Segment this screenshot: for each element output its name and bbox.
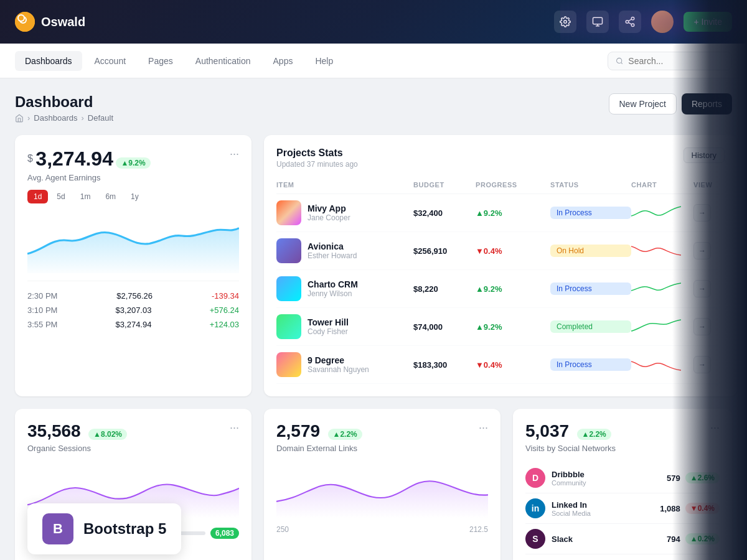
nav-authentication[interactable]: Authentication	[186, 51, 261, 71]
domain-card: 2,579 ▲2.2% Domain External Links ···	[264, 409, 500, 560]
main-content: Dashboard › Dashboards › Default New Pro…	[0, 78, 747, 560]
organic-badge: ▲8.02%	[88, 429, 127, 440]
page-title: Dashboard	[15, 93, 113, 111]
linkedin-stats: 1,088 ▼0.4%	[660, 503, 720, 514]
nav-account[interactable]: Account	[85, 51, 136, 71]
project-name-5: 9 Degree	[308, 355, 369, 365]
project-progress-2: ▼0.4%	[476, 246, 550, 256]
search-icon	[616, 57, 623, 65]
earnings-row-3: 3:55 PM $3,274.94 +124.03	[27, 317, 239, 332]
nav-icon-btn-1[interactable]	[554, 11, 576, 33]
earnings-val-2: $3,207.03	[116, 306, 152, 315]
svg-line-10	[629, 22, 632, 24]
linkedin-icon: in	[525, 498, 545, 518]
domain-more-btn[interactable]: ···	[479, 421, 488, 434]
new-project-button[interactable]: New Project	[609, 93, 677, 114]
logo[interactable]: Oswald	[15, 12, 85, 32]
domain-badge: ▲2.2%	[328, 429, 362, 440]
secondary-navigation: Dashboards Account Pages Authentication …	[0, 44, 747, 78]
svg-point-12	[617, 58, 622, 63]
nav-pages[interactable]: Pages	[138, 51, 183, 71]
nav-help[interactable]: Help	[305, 51, 343, 71]
earnings-change-1: -139.34	[212, 291, 239, 301]
history-button[interactable]: History	[684, 147, 725, 163]
project-item-3: Charto CRM Jenny Wilson	[276, 276, 413, 301]
earnings-amount: 3,274.94	[35, 147, 113, 170]
page-title-area: Dashboard › Dashboards › Default	[15, 93, 113, 123]
project-name-2: Avionica	[308, 241, 357, 251]
earnings-time-1: 2:30 PM	[27, 291, 57, 301]
time-btn-1y[interactable]: 1y	[125, 190, 145, 203]
avatar[interactable]	[651, 11, 674, 33]
earnings-time-2: 3:10 PM	[27, 306, 57, 315]
bootstrap-icon-label: B	[53, 521, 63, 537]
project-view-4[interactable]: →	[693, 318, 711, 335]
linkedin-info: in Linked In Social Media	[525, 498, 591, 518]
project-status-3: In Process	[550, 282, 631, 295]
dribbble-name: Dribbble	[552, 470, 586, 479]
social-info: 5,037 ▲2.2% Visits by Social Networks	[525, 421, 616, 453]
organic-amount-row: 35,568 ▲8.02%	[27, 421, 127, 441]
nav-apps[interactable]: Apps	[263, 51, 303, 71]
project-status-1: In Process	[550, 207, 631, 219]
project-name-3: Charto CRM	[308, 279, 358, 289]
bottom-cards-row: 35,568 ▲8.02% Organic Sessions ···	[15, 409, 732, 560]
project-item-2: Avionica Esther Howard	[276, 238, 413, 263]
time-btn-1m[interactable]: 1m	[74, 190, 97, 203]
search-input[interactable]	[628, 56, 724, 66]
domain-label: Domain External Links	[276, 444, 362, 453]
page-header-buttons: New Project Reports	[609, 93, 733, 114]
project-chart-3	[631, 279, 681, 298]
project-view-1[interactable]: →	[693, 204, 711, 222]
time-filters: 1d 5d 1m 6m 1y	[27, 190, 239, 203]
earnings-info: $ 3,274.94 ▲9.2% Avg. Agent Earnings	[27, 147, 151, 182]
project-chart-2	[631, 241, 681, 260]
project-thumb-1	[276, 200, 301, 225]
projects-header: Projects Stats Updated 37 minutes ago Hi…	[276, 147, 725, 169]
earnings-chart	[27, 211, 239, 273]
social-more-btn[interactable]: ···	[710, 421, 720, 434]
organic-more-btn[interactable]: ···	[230, 421, 239, 434]
project-progress-3: ▲9.2%	[476, 284, 550, 294]
time-btn-6m[interactable]: 6m	[99, 190, 122, 203]
time-btn-5d[interactable]: 5d	[50, 190, 71, 203]
project-item-4: Tower Hill Cody Fisher	[276, 314, 413, 339]
earnings-badge: ▲9.2%	[116, 157, 150, 169]
svg-point-9	[632, 24, 635, 27]
project-progress-4: ▲9.2%	[476, 322, 550, 332]
col-progress: PROGRESS	[476, 181, 550, 189]
nav-right: + Invite	[554, 11, 732, 33]
project-budget-5: $183,300	[413, 360, 476, 370]
project-view-3[interactable]: →	[693, 280, 711, 297]
organic-label: Organic Sessions	[27, 444, 127, 453]
domain-amount: 2,579	[276, 421, 320, 441]
search-area[interactable]	[608, 52, 732, 70]
social-networks-list: D Dribbble Community 579 ▲2.6% in	[525, 463, 720, 554]
earnings-card: $ 3,274.94 ▲9.2% Avg. Agent Earnings ···…	[15, 135, 251, 396]
linkedin-name: Linked In	[552, 500, 591, 510]
slack-text: Slack	[552, 534, 573, 544]
dribbble-stats: 579 ▲2.6%	[667, 472, 720, 483]
project-status-2: On Hold	[550, 245, 631, 257]
nav-icon-btn-2[interactable]	[586, 11, 609, 33]
project-view-5[interactable]: →	[693, 356, 711, 373]
organic-header: 35,568 ▲8.02% Organic Sessions ···	[27, 421, 239, 453]
projects-title-area: Projects Stats Updated 37 minutes ago	[276, 147, 358, 169]
earnings-more-btn[interactable]: ···	[230, 147, 239, 161]
invite-button[interactable]: + Invite	[684, 12, 732, 32]
earnings-row-1: 2:30 PM $2,756.26 -139.34	[27, 289, 239, 303]
nav-icon-btn-3[interactable]	[619, 11, 641, 33]
project-budget-3: $8,220	[413, 284, 476, 294]
domain-amount-row: 2,579 ▲2.2%	[276, 421, 362, 441]
project-person-1: Jane Cooper	[308, 213, 350, 222]
nav-dashboards[interactable]: Dashboards	[15, 51, 82, 71]
col-view: VIEW	[693, 181, 725, 189]
top-cards-row: $ 3,274.94 ▲9.2% Avg. Agent Earnings ···…	[15, 135, 732, 396]
time-btn-1d[interactable]: 1d	[27, 190, 48, 203]
social-amount-row: 5,037 ▲2.2%	[525, 421, 616, 441]
project-view-2[interactable]: →	[693, 242, 711, 259]
breadcrumb-dashboards: Dashboards	[34, 113, 77, 123]
reports-button[interactable]: Reports	[682, 93, 732, 114]
earnings-label: Avg. Agent Earnings	[27, 173, 151, 182]
earnings-row-2: 3:10 PM $3,207.03 +576.24	[27, 303, 239, 317]
